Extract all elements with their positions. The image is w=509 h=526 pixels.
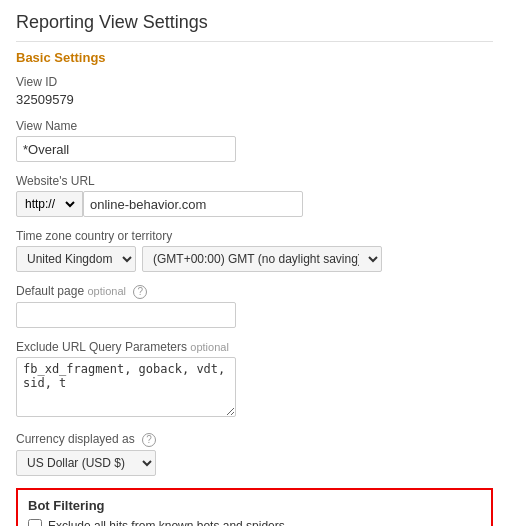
bot-filtering-section: Bot Filtering Exclude all hits from know… (16, 488, 493, 526)
default-page-optional: optional (87, 285, 126, 297)
page-title: Reporting View Settings (16, 12, 493, 42)
exclude-url-label: Exclude URL Query Parameters optional (16, 340, 493, 354)
currency-group: Currency displayed as ? US Dollar (USD $… (16, 432, 493, 476)
timezone-row: United Kingdom United States Germany (GM… (16, 246, 493, 272)
currency-label: Currency displayed as ? (16, 432, 493, 447)
timezone-value-select[interactable]: (GMT+00:00) GMT (no daylight saving) (GM… (142, 246, 382, 272)
timezone-group: Time zone country or territory United Ki… (16, 229, 493, 272)
url-protocol-dropdown[interactable]: http:// https:// (16, 191, 83, 217)
view-id-value: 32509579 (16, 92, 493, 107)
exclude-url-group: Exclude URL Query Parameters optional fb… (16, 340, 493, 420)
url-protocol-select[interactable]: http:// https:// (21, 196, 78, 212)
url-row: http:// https:// (16, 191, 493, 217)
exclude-url-textarea[interactable]: fb_xd_fragment, goback, vdt, sid, t (16, 357, 236, 417)
website-url-label: Website's URL (16, 174, 493, 188)
default-page-group: Default page optional ? (16, 284, 493, 328)
default-page-help-icon[interactable]: ? (133, 285, 147, 299)
basic-settings-title: Basic Settings (16, 50, 493, 65)
url-domain-input[interactable] (83, 191, 303, 217)
bot-checkbox-row: Exclude all hits from known bots and spi… (28, 519, 481, 526)
bot-filtering-title: Bot Filtering (28, 498, 481, 513)
view-id-group: View ID 32509579 (16, 75, 493, 107)
exclude-url-optional: optional (190, 341, 229, 353)
view-id-label: View ID (16, 75, 493, 89)
basic-settings-section: Basic Settings View ID 32509579 View Nam… (16, 50, 493, 476)
default-page-input[interactable] (16, 302, 236, 328)
timezone-label: Time zone country or territory (16, 229, 493, 243)
currency-help-icon[interactable]: ? (142, 433, 156, 447)
timezone-country-select[interactable]: United Kingdom United States Germany (16, 246, 136, 272)
currency-select[interactable]: US Dollar (USD $) Euro (EUR €) British P… (16, 450, 156, 476)
bot-filtering-label[interactable]: Exclude all hits from known bots and spi… (48, 519, 285, 526)
default-page-label: Default page optional ? (16, 284, 493, 299)
view-name-input[interactable] (16, 136, 236, 162)
view-name-group: View Name (16, 119, 493, 162)
bot-filtering-checkbox[interactable] (28, 519, 42, 526)
view-name-label: View Name (16, 119, 493, 133)
website-url-group: Website's URL http:// https:// (16, 174, 493, 217)
